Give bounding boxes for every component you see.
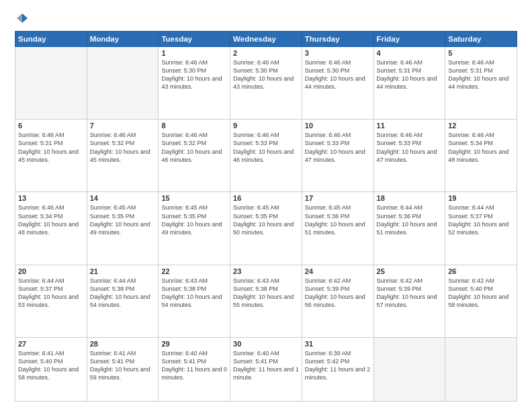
day-cell: 28Sunrise: 6:41 AMSunset: 5:41 PMDayligh… xyxy=(87,337,159,401)
day-detail: Sunrise: 6:41 AMSunset: 5:41 PMDaylight:… xyxy=(90,349,156,382)
day-number: 5 xyxy=(448,49,514,57)
day-number: 29 xyxy=(161,340,227,348)
day-cell: 2Sunrise: 6:46 AMSunset: 5:30 PMDaylight… xyxy=(230,47,302,120)
day-number: 20 xyxy=(18,267,84,275)
day-detail: Sunrise: 6:44 AMSunset: 5:36 PMDaylight:… xyxy=(377,203,443,236)
day-cell: 18Sunrise: 6:44 AMSunset: 5:36 PMDayligh… xyxy=(373,192,445,265)
day-detail: Sunrise: 6:40 AMSunset: 5:41 PMDaylight:… xyxy=(233,349,299,382)
week-row-2: 6Sunrise: 6:46 AMSunset: 5:31 PMDaylight… xyxy=(15,120,517,192)
day-number: 28 xyxy=(90,340,156,348)
day-cell: 17Sunrise: 6:45 AMSunset: 5:36 PMDayligh… xyxy=(302,192,373,265)
day-cell: 19Sunrise: 6:44 AMSunset: 5:37 PMDayligh… xyxy=(445,192,517,265)
day-detail: Sunrise: 6:44 AMSunset: 5:37 PMDaylight:… xyxy=(18,277,84,310)
day-number: 25 xyxy=(377,267,443,275)
day-number: 18 xyxy=(377,194,443,202)
day-number: 16 xyxy=(233,194,299,202)
weekday-header-wednesday: Wednesday xyxy=(230,32,302,47)
day-number: 21 xyxy=(90,267,156,275)
day-cell: 24Sunrise: 6:42 AMSunset: 5:39 PMDayligh… xyxy=(302,265,373,337)
day-detail: Sunrise: 6:45 AMSunset: 5:35 PMDaylight:… xyxy=(161,203,227,236)
day-number: 11 xyxy=(377,122,443,130)
day-detail: Sunrise: 6:46 AMSunset: 5:34 PMDaylight:… xyxy=(448,131,514,164)
day-detail: Sunrise: 6:42 AMSunset: 5:39 PMDaylight:… xyxy=(305,277,371,310)
weekday-header-row: SundayMondayTuesdayWednesdayThursdayFrid… xyxy=(15,32,517,47)
weekday-header-tuesday: Tuesday xyxy=(159,32,230,47)
week-row-3: 13Sunrise: 6:46 AMSunset: 5:34 PMDayligh… xyxy=(15,192,517,265)
day-number: 31 xyxy=(305,340,371,348)
week-row-1: 1Sunrise: 6:46 AMSunset: 5:30 PMDaylight… xyxy=(15,47,517,120)
day-number: 13 xyxy=(18,194,84,202)
day-detail: Sunrise: 6:43 AMSunset: 5:38 PMDaylight:… xyxy=(161,277,227,310)
day-number: 15 xyxy=(161,194,227,202)
day-cell: 10Sunrise: 6:46 AMSunset: 5:33 PMDayligh… xyxy=(302,120,373,192)
day-number: 12 xyxy=(448,122,514,130)
day-detail: Sunrise: 6:43 AMSunset: 5:38 PMDaylight:… xyxy=(233,277,299,310)
day-number: 1 xyxy=(161,49,227,57)
logo-flag-icon xyxy=(16,12,28,24)
day-number: 30 xyxy=(233,340,299,348)
day-number: 10 xyxy=(305,122,371,130)
svg-marker-1 xyxy=(17,13,22,23)
day-number: 19 xyxy=(448,194,514,202)
day-cell xyxy=(445,337,517,401)
day-number: 24 xyxy=(305,267,371,275)
day-number: 23 xyxy=(233,267,299,275)
day-number: 2 xyxy=(233,49,299,57)
day-cell: 20Sunrise: 6:44 AMSunset: 5:37 PMDayligh… xyxy=(15,265,87,337)
day-cell: 11Sunrise: 6:46 AMSunset: 5:33 PMDayligh… xyxy=(373,120,445,192)
day-cell: 13Sunrise: 6:46 AMSunset: 5:34 PMDayligh… xyxy=(15,192,87,265)
day-cell xyxy=(87,47,159,120)
week-row-5: 27Sunrise: 6:41 AMSunset: 5:40 PMDayligh… xyxy=(15,337,517,401)
day-cell: 5Sunrise: 6:46 AMSunset: 5:31 PMDaylight… xyxy=(445,47,517,120)
day-number: 6 xyxy=(18,122,84,130)
day-detail: Sunrise: 6:46 AMSunset: 5:33 PMDaylight:… xyxy=(305,131,371,164)
day-number: 14 xyxy=(90,194,156,202)
day-detail: Sunrise: 6:44 AMSunset: 5:37 PMDaylight:… xyxy=(448,203,514,236)
day-cell: 1Sunrise: 6:46 AMSunset: 5:30 PMDaylight… xyxy=(159,47,230,120)
day-cell: 4Sunrise: 6:46 AMSunset: 5:31 PMDaylight… xyxy=(373,47,445,120)
day-cell: 12Sunrise: 6:46 AMSunset: 5:34 PMDayligh… xyxy=(445,120,517,192)
day-cell: 31Sunrise: 6:39 AMSunset: 5:42 PMDayligh… xyxy=(302,337,373,401)
weekday-header-saturday: Saturday xyxy=(445,32,517,47)
day-number: 26 xyxy=(448,267,514,275)
day-number: 3 xyxy=(305,49,371,57)
day-detail: Sunrise: 6:42 AMSunset: 5:39 PMDaylight:… xyxy=(377,277,443,310)
day-cell: 3Sunrise: 6:46 AMSunset: 5:30 PMDaylight… xyxy=(302,47,373,120)
day-detail: Sunrise: 6:46 AMSunset: 5:30 PMDaylight:… xyxy=(305,58,371,91)
day-cell: 7Sunrise: 6:46 AMSunset: 5:32 PMDaylight… xyxy=(87,120,159,192)
day-detail: Sunrise: 6:46 AMSunset: 5:30 PMDaylight:… xyxy=(161,58,227,91)
day-detail: Sunrise: 6:46 AMSunset: 5:34 PMDaylight:… xyxy=(18,203,84,236)
day-cell xyxy=(15,47,87,120)
svg-marker-0 xyxy=(22,13,28,23)
day-cell: 30Sunrise: 6:40 AMSunset: 5:41 PMDayligh… xyxy=(230,337,302,401)
day-cell: 27Sunrise: 6:41 AMSunset: 5:40 PMDayligh… xyxy=(15,337,87,401)
day-detail: Sunrise: 6:46 AMSunset: 5:31 PMDaylight:… xyxy=(377,58,443,91)
header xyxy=(15,12,517,24)
page: SundayMondayTuesdayWednesdayThursdayFrid… xyxy=(0,0,532,411)
day-detail: Sunrise: 6:46 AMSunset: 5:31 PMDaylight:… xyxy=(18,131,84,164)
logo xyxy=(15,12,28,24)
day-cell: 8Sunrise: 6:46 AMSunset: 5:32 PMDaylight… xyxy=(159,120,230,192)
day-number: 22 xyxy=(161,267,227,275)
day-cell: 26Sunrise: 6:42 AMSunset: 5:40 PMDayligh… xyxy=(445,265,517,337)
day-number: 4 xyxy=(377,49,443,57)
day-number: 27 xyxy=(18,340,84,348)
day-detail: Sunrise: 6:45 AMSunset: 5:35 PMDaylight:… xyxy=(90,203,156,236)
weekday-header-sunday: Sunday xyxy=(15,32,87,47)
day-cell: 29Sunrise: 6:40 AMSunset: 5:41 PMDayligh… xyxy=(159,337,230,401)
day-detail: Sunrise: 6:46 AMSunset: 5:31 PMDaylight:… xyxy=(448,58,514,91)
day-number: 8 xyxy=(161,122,227,130)
day-detail: Sunrise: 6:41 AMSunset: 5:40 PMDaylight:… xyxy=(18,349,84,382)
day-detail: Sunrise: 6:46 AMSunset: 5:32 PMDaylight:… xyxy=(161,131,227,164)
day-cell: 14Sunrise: 6:45 AMSunset: 5:35 PMDayligh… xyxy=(87,192,159,265)
day-detail: Sunrise: 6:45 AMSunset: 5:35 PMDaylight:… xyxy=(233,203,299,236)
day-cell: 9Sunrise: 6:46 AMSunset: 5:33 PMDaylight… xyxy=(230,120,302,192)
day-cell: 6Sunrise: 6:46 AMSunset: 5:31 PMDaylight… xyxy=(15,120,87,192)
day-detail: Sunrise: 6:42 AMSunset: 5:40 PMDaylight:… xyxy=(448,277,514,310)
day-detail: Sunrise: 6:40 AMSunset: 5:41 PMDaylight:… xyxy=(161,349,227,382)
weekday-header-friday: Friday xyxy=(373,32,445,47)
day-cell: 16Sunrise: 6:45 AMSunset: 5:35 PMDayligh… xyxy=(230,192,302,265)
weekday-header-thursday: Thursday xyxy=(302,32,373,47)
day-cell xyxy=(373,337,445,401)
day-detail: Sunrise: 6:46 AMSunset: 5:33 PMDaylight:… xyxy=(377,131,443,164)
